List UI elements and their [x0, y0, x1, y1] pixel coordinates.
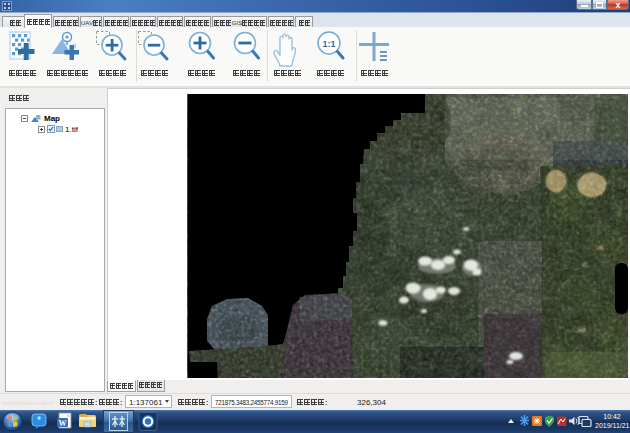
svg-text:1:1: 1:1	[322, 39, 335, 49]
svg-text:*: *	[37, 415, 41, 426]
svg-text:W: W	[59, 419, 67, 428]
